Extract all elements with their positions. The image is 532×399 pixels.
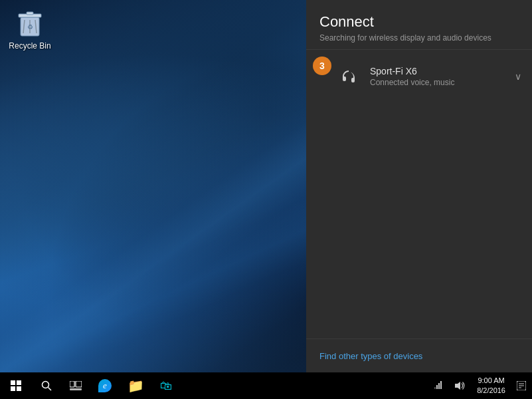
clock-date: 8/2/2016 [477,386,505,396]
svg-rect-13 [438,383,440,389]
recycle-bin-svg: ♻ [14,7,46,39]
svg-line-8 [48,388,52,391]
svg-rect-2 [27,12,33,15]
desktop: ♻ Recycle Bin Connect Searching for wire… [0,0,532,372]
volume-icon [454,381,465,390]
store-button[interactable]: 🛍 [151,372,181,399]
file-explorer-button[interactable]: 📁 [121,372,150,399]
taskbar-apps: e 📁 🛍 [90,372,181,399]
connect-footer: Find other types of devices [306,338,532,372]
headphone-icon [337,65,361,88]
edge-icon: e [98,379,112,392]
windows-logo-icon [11,380,21,391]
chevron-down-icon: ∨ [515,71,521,82]
start-button[interactable] [0,372,32,399]
notification-icon [517,381,526,390]
taskbar: e 📁 🛍 9:00 A [0,372,532,399]
device-list: 3 Sport-Fi X6 Connected voice, music ∨ [306,50,532,338]
step-badge: 3 [313,57,331,75]
connect-subtitle: Searching for wireless display and audio… [319,33,519,43]
svg-marker-16 [455,382,460,390]
recycle-bin-icon[interactable]: ♻ Recycle Bin [7,7,53,51]
task-view-button[interactable] [61,372,90,399]
taskbar-clock[interactable]: 9:00 AM 8/2/2016 [472,372,511,399]
connect-panel: Connect Searching for wireless display a… [306,0,532,372]
device-status: Connected voice, music [370,78,509,87]
connect-header: Connect Searching for wireless display a… [306,0,532,50]
folder-icon: 📁 [128,378,144,394]
network-icon [434,381,443,390]
search-icon [41,380,52,391]
connect-title: Connect [319,13,519,31]
device-item-container: 3 Sport-Fi X6 Connected voice, music ∨ [326,57,532,96]
notification-button[interactable] [511,372,532,399]
svg-rect-11 [70,388,82,390]
search-button[interactable] [32,372,61,399]
network-tray-icon[interactable] [429,372,448,399]
svg-text:♻: ♻ [27,23,33,31]
device-info: Sport-Fi X6 Connected voice, music [370,66,509,87]
volume-tray-icon[interactable] [450,372,469,399]
clock-time: 9:00 AM [478,376,504,386]
svg-rect-12 [436,385,438,389]
edge-app-button[interactable]: e [90,372,120,399]
recycle-bin-label: Recycle Bin [9,41,50,51]
svg-rect-9 [70,381,74,387]
store-icon: 🛍 [160,379,172,393]
find-devices-link[interactable]: Find other types of devices [319,351,422,361]
task-view-icon [70,381,82,390]
svg-rect-10 [76,381,82,387]
svg-rect-15 [434,387,436,389]
device-item-sport-fi[interactable]: Sport-Fi X6 Connected voice, music ∨ [326,57,532,96]
svg-rect-14 [440,381,442,389]
system-tray [426,372,472,399]
device-name: Sport-Fi X6 [370,66,509,76]
svg-point-7 [43,382,49,388]
